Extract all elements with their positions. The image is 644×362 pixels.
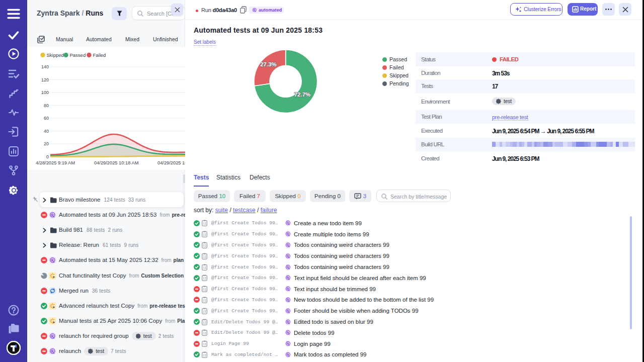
svg-text:40: 40 [44,129,49,134]
svg-text:20: 20 [44,141,49,146]
svg-text:72.7%: 72.7% [294,92,311,98]
svg-text:100: 100 [41,90,49,95]
svg-text:120: 120 [41,77,49,82]
svg-text:27.3%: 27.3% [260,61,277,67]
svg-text:04/29/2025 10:18 AM: 04/29/2025 10:18 AM [94,160,138,165]
svg-text:Passed: Passed [70,52,86,58]
svg-text:Skipped: Skipped [47,52,64,58]
svg-text:4/28/2025 9:19 AM: 4/28/2025 9:19 AM [36,160,75,165]
svg-text:0: 0 [46,154,49,159]
svg-text:60: 60 [44,116,49,121]
svg-text:Failed: Failed [93,52,106,58]
svg-text:140: 140 [41,64,49,69]
svg-text:80: 80 [44,103,49,108]
svg-text:04/29/2025 10:: 04/29/2025 10: [157,160,185,165]
